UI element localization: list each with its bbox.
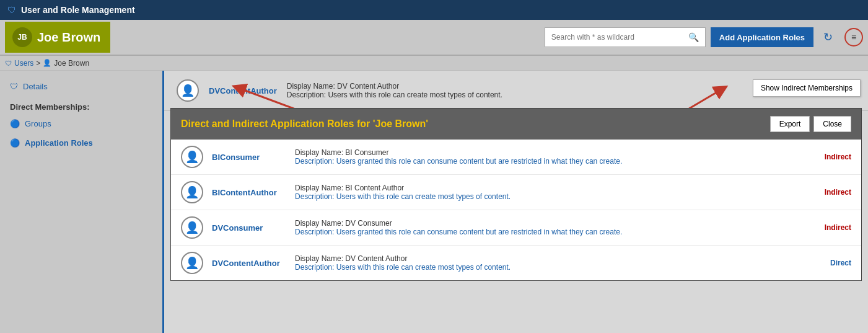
search-input[interactable]: [551, 33, 685, 42]
content-area: 👤 DVContentAuthor Display Name: DV Conte…: [164, 71, 868, 333]
main-role-info: Display Name: DV Content Author Descript…: [287, 82, 502, 99]
main-role-description: Description: Users with this role can cr…: [287, 91, 502, 99]
user-name: Joe Brown: [37, 30, 100, 45]
refresh-button[interactable]: ↻: [818, 28, 837, 47]
breadcrumb-shield-icon: 🛡: [5, 60, 12, 67]
search-icon: 🔍: [688, 32, 699, 42]
search-box: 🔍: [545, 27, 706, 47]
export-button[interactable]: Export: [770, 116, 810, 132]
role-avatar: 👤: [181, 216, 203, 239]
sidebar-item-application-roles-label: Application Roles: [25, 138, 93, 148]
shield-icon: 🛡: [10, 82, 18, 91]
role-avatar: 👤: [181, 146, 203, 168]
role-desc-1: Description: Users with this role can cr…: [295, 192, 816, 201]
role-display-1: Display Name: BI Content Author: [295, 184, 816, 192]
modal-header: Direct and Indirect Application Roles fo…: [171, 109, 861, 140]
sidebar-item-groups-label: Groups: [25, 119, 51, 128]
sidebar-item-groups[interactable]: 🔵 Groups: [0, 114, 162, 133]
table-row: 👤 BIContentAuthor Display Name: BI Conte…: [171, 175, 861, 210]
role-desc-2: Description: Users granted this role can…: [295, 228, 816, 236]
table-row: 👤 BIConsumer Display Name: BI Consumer D…: [171, 140, 861, 175]
sidebar-item-details[interactable]: 🛡 Details: [0, 77, 162, 96]
search-area: 🔍 Add Application Roles ↻ ≡: [115, 27, 863, 47]
user-badge: JB Joe Brown: [5, 22, 110, 53]
modal-body: 👤 BIConsumer Display Name: BI Consumer D…: [171, 140, 861, 280]
role-info-1: Display Name: BI Content Author Descript…: [295, 184, 816, 201]
table-row: 👤 DVContentAuthor Display Name: DV Conte…: [171, 246, 861, 280]
main-role-display-name: Display Name: DV Content Author: [287, 82, 502, 91]
main-role-row: 👤 DVContentAuthor Display Name: DV Conte…: [164, 71, 868, 111]
close-button[interactable]: Close: [813, 116, 851, 132]
role-type-badge-1: Indirect: [825, 188, 851, 197]
sidebar: 🛡 Details Direct Memberships: 🔵 Groups 🔵…: [0, 71, 164, 333]
role-type-badge-2: Indirect: [825, 223, 851, 232]
avatar: JB: [12, 27, 32, 47]
show-indirect-memberships-button[interactable]: Show Indirect Memberships: [753, 79, 861, 97]
table-row: 👤 DVConsumer Display Name: DV Consumer D…: [171, 210, 861, 246]
breadcrumb-user-icon: 👤: [43, 59, 51, 67]
role-type-badge-0: Indirect: [825, 153, 851, 161]
role-avatar: 👤: [181, 181, 203, 203]
indirect-roles-modal: Direct and Indirect Application Roles fo…: [170, 108, 862, 281]
menu-button[interactable]: ≡: [844, 28, 863, 47]
role-name-1[interactable]: BIContentAuthor: [212, 188, 286, 197]
sidebar-item-application-roles[interactable]: 🔵 Application Roles: [0, 133, 162, 153]
main-layout: 🛡 Details Direct Memberships: 🔵 Groups 🔵…: [0, 71, 868, 333]
role-avatar: 👤: [177, 79, 199, 102]
sidebar-item-details-label: Details: [23, 82, 48, 91]
role-info-2: Display Name: DV Consumer Description: U…: [295, 219, 816, 236]
top-bar: 🛡 User and Role Management: [0, 0, 868, 20]
breadcrumb: 🛡 Users > 👤 Joe Brown: [0, 56, 868, 71]
direct-memberships-label: Direct Memberships:: [0, 96, 162, 114]
role-info-0: Display Name: BI Consumer Description: U…: [295, 148, 816, 166]
modal-buttons: Export Close: [770, 116, 851, 132]
modal-title: Direct and Indirect Application Roles fo…: [181, 118, 428, 130]
role-desc-0: Description: Users granted this role can…: [295, 157, 816, 166]
add-application-roles-button[interactable]: Add Application Roles: [711, 27, 813, 47]
main-role-name[interactable]: DVContentAuthor: [209, 86, 277, 95]
role-info-3: Display Name: DV Content Author Descript…: [295, 254, 822, 272]
role-display-3: Display Name: DV Content Author: [295, 254, 822, 263]
role-type-badge-3: Direct: [830, 259, 851, 267]
breadcrumb-current: Joe Brown: [54, 59, 89, 68]
role-name-2[interactable]: DVConsumer: [212, 223, 286, 233]
breadcrumb-parent[interactable]: Users: [14, 59, 33, 68]
shield-icon: 🛡: [7, 5, 16, 15]
role-desc-3: Description: Users with this role can cr…: [295, 263, 822, 272]
role-display-0: Display Name: BI Consumer: [295, 148, 816, 157]
role-avatar: 👤: [181, 252, 203, 274]
groups-icon: 🔵: [10, 119, 20, 128]
role-name-3[interactable]: DVContentAuthor: [212, 259, 286, 268]
breadcrumb-separator: >: [36, 59, 40, 68]
app-title: User and Role Management: [21, 5, 135, 15]
role-name-0[interactable]: BIConsumer: [212, 153, 286, 162]
role-display-2: Display Name: DV Consumer: [295, 219, 816, 228]
roles-icon: 🔵: [10, 138, 20, 148]
header-row: JB Joe Brown 🔍 Add Application Roles ↻ ≡: [0, 20, 868, 56]
